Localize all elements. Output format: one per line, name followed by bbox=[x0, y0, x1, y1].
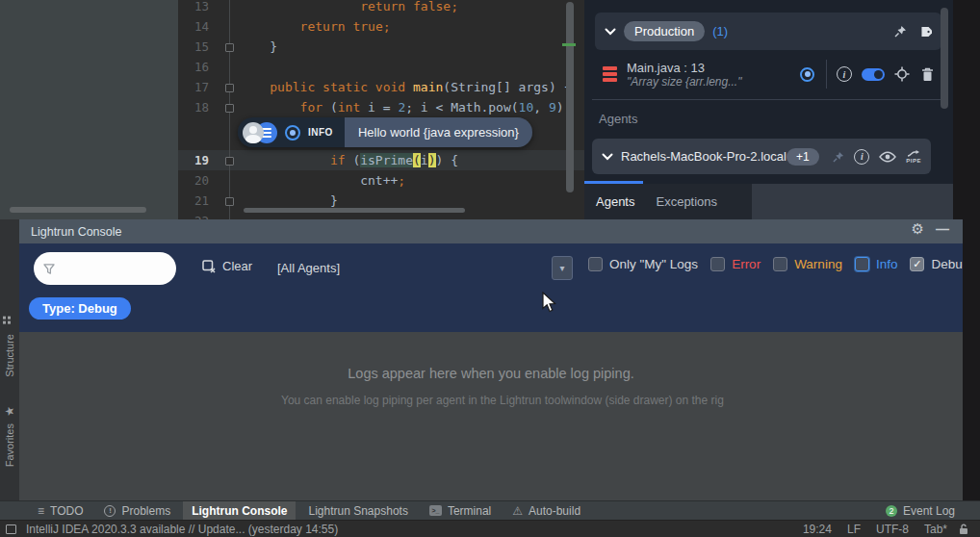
code-line: 17public static void main(String[] args)… bbox=[178, 77, 584, 97]
console-header: Lightrun Console ⚙ — bbox=[19, 219, 963, 243]
tab-exceptions[interactable]: Exceptions bbox=[646, 184, 727, 219]
tag-icon[interactable] bbox=[918, 25, 932, 38]
author-avatar bbox=[243, 122, 264, 143]
lock-icon[interactable] bbox=[959, 524, 968, 535]
toolwindow-tab[interactable]: Lightrun Console bbox=[183, 501, 296, 520]
console-toolbar: Clear [All Agents] ▾ Only "My" LogsError… bbox=[19, 243, 963, 332]
toolwindow-tab[interactable]: ⚠Auto-build bbox=[503, 501, 589, 520]
tab-agents[interactable]: Agents bbox=[586, 184, 644, 219]
code-line: 14return true; bbox=[178, 16, 584, 37]
type-filter-chip[interactable]: Type: Debug bbox=[29, 297, 131, 320]
project-panel-scrollbar[interactable] bbox=[10, 207, 146, 213]
clear-button[interactable]: Clear bbox=[202, 259, 252, 273]
pin-icon[interactable] bbox=[894, 25, 907, 38]
agent-name: Rachels-MacBook-Pro-2.local (p bbox=[621, 149, 792, 164]
line-number: 20 bbox=[178, 170, 220, 191]
toolwindow-tab[interactable]: Lightrun Snapshots bbox=[299, 501, 416, 520]
snapshot-row[interactable]: Main.java : 13 "Array size {arr.leng..."… bbox=[595, 53, 941, 95]
info-icon[interactable]: i bbox=[854, 149, 869, 165]
filter-label: Warning bbox=[794, 257, 842, 271]
status-item[interactable]: 19:24 bbox=[803, 523, 832, 536]
tab-bar-filler bbox=[752, 184, 953, 219]
sidebar-item-structure[interactable]: Structure bbox=[4, 316, 15, 377]
pin-icon[interactable] bbox=[833, 151, 844, 163]
crosshair-icon[interactable] bbox=[894, 66, 910, 82]
fold-marker-icon[interactable] bbox=[220, 77, 240, 97]
filter-funnel-icon bbox=[43, 263, 55, 275]
editor-vscrollbar[interactable] bbox=[566, 2, 574, 192]
search-input[interactable] bbox=[61, 262, 167, 276]
enabled-toggle[interactable] bbox=[862, 68, 885, 81]
eye-icon[interactable] bbox=[879, 151, 896, 163]
code-line: 18for (int i = 2; i < Math.pow(10, 9); bbox=[178, 97, 584, 117]
status-message[interactable]: IntelliJ IDEA 2020.3.3 available // Upda… bbox=[26, 523, 338, 536]
log-filter-checkbox[interactable]: ✓Debug bbox=[910, 257, 963, 271]
divider bbox=[826, 60, 827, 89]
line-number: 19 bbox=[178, 150, 220, 170]
log-filter-checkbox[interactable]: Warning bbox=[773, 257, 842, 271]
chevron-down-icon[interactable] bbox=[605, 28, 616, 36]
list-icon: ≡ bbox=[38, 505, 44, 517]
gutter bbox=[220, 0, 240, 16]
checkbox[interactable] bbox=[773, 257, 787, 271]
code-text: public static void main(String[] args) { bbox=[240, 77, 584, 97]
code-line: 16 bbox=[178, 57, 584, 77]
line-number: 16 bbox=[178, 57, 220, 77]
toolwindow-tab[interactable]: !Problems bbox=[95, 501, 179, 520]
radio-status-icon[interactable] bbox=[285, 125, 300, 141]
fold-marker-icon[interactable] bbox=[220, 191, 240, 211]
lightrun-log-inlay[interactable]: INFO Hello world {java expression} bbox=[238, 117, 532, 147]
log-filter-checkbox[interactable]: Only "My" Logs bbox=[588, 257, 698, 271]
toolwindow-bar: ≡TODO!ProblemsLightrun ConsoleLightrun S… bbox=[0, 500, 980, 520]
search-box[interactable] bbox=[34, 252, 176, 285]
event-log-label: Event Log bbox=[903, 504, 955, 518]
log-filter-checkbox[interactable]: Info bbox=[855, 257, 898, 271]
fold-marker-icon[interactable] bbox=[220, 97, 240, 117]
agents-section-label: Agents bbox=[599, 112, 637, 126]
group-name-pill[interactable]: Production bbox=[624, 21, 705, 41]
log-level-filters: Only "My" LogsErrorWarningInfo✓Debug bbox=[588, 257, 963, 271]
tab-label: Lightrun Console bbox=[192, 504, 287, 518]
toolwindow-tab[interactable]: >_Terminal bbox=[421, 501, 500, 520]
toolwindow-tabs: ≡TODO!ProblemsLightrun ConsoleLightrun S… bbox=[29, 501, 589, 520]
chevron-down-icon[interactable] bbox=[602, 153, 613, 161]
line-number: 21 bbox=[178, 191, 220, 211]
filter-label: Info bbox=[876, 257, 898, 271]
minimize-icon[interactable]: — bbox=[936, 221, 949, 237]
vcs-change-marker-icon bbox=[562, 43, 576, 46]
agent-row[interactable]: Rachels-MacBook-Pro-2.local (p +1 i PIPE bbox=[592, 139, 931, 174]
status-item[interactable]: LF bbox=[847, 523, 861, 536]
panel-scrollbar[interactable] bbox=[941, 8, 948, 109]
code-editor[interactable]: 13return false;14return true;15}1617publ… bbox=[178, 0, 584, 219]
project-panel bbox=[0, 0, 178, 219]
info-icon[interactable]: i bbox=[837, 66, 852, 82]
window-icon[interactable] bbox=[6, 524, 16, 534]
status-item[interactable]: Tab* bbox=[924, 523, 947, 536]
status-bar: IntelliJ IDEA 2020.3.3 available // Upda… bbox=[0, 520, 980, 537]
trash-icon[interactable] bbox=[921, 67, 934, 82]
log-level-badge: INFO bbox=[308, 127, 333, 138]
tab-label: Terminal bbox=[448, 504, 491, 518]
production-group-row[interactable]: Production (1) bbox=[595, 13, 941, 50]
sidebar-item-favorites[interactable]: Favorites★ bbox=[3, 404, 16, 467]
status-item[interactable]: UTF-8 bbox=[876, 523, 909, 536]
dropdown-caret-button[interactable]: ▾ bbox=[552, 256, 573, 280]
event-log-button[interactable]: 2 Event Log bbox=[886, 501, 955, 520]
checkbox[interactable]: ✓ bbox=[910, 257, 924, 271]
toolwindow-tab[interactable]: ≡TODO bbox=[29, 501, 91, 520]
snapshot-preview: "Array size {arr.leng..." bbox=[627, 75, 800, 89]
checkbox[interactable] bbox=[588, 257, 603, 271]
snapshot-status-icon[interactable] bbox=[800, 67, 814, 82]
fold-marker-icon[interactable] bbox=[220, 37, 240, 57]
agent-extra-count-badge[interactable]: +1 bbox=[787, 148, 819, 166]
status-widgets: 19:24LFUTF-8Tab* bbox=[803, 523, 947, 536]
gear-icon[interactable]: ⚙ bbox=[912, 220, 924, 238]
editor-hscrollbar[interactable] bbox=[244, 208, 465, 213]
fold-marker-icon[interactable] bbox=[220, 150, 240, 170]
log-filter-checkbox[interactable]: Error bbox=[710, 257, 761, 271]
checkbox[interactable] bbox=[710, 257, 725, 271]
pipe-icon[interactable]: PIPE bbox=[906, 150, 921, 164]
snapshot-location: Main.java : 13 bbox=[627, 61, 800, 75]
checkbox[interactable] bbox=[855, 257, 869, 271]
agents-filter-dropdown[interactable]: [All Agents] bbox=[277, 261, 340, 275]
